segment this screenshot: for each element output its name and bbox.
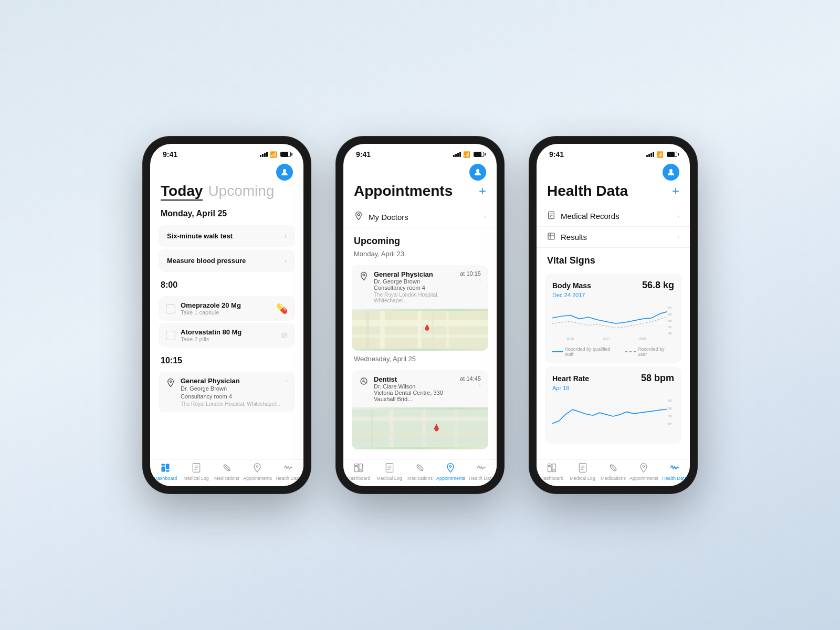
tab-dashboard-3[interactable]: Dashboard [537, 463, 567, 481]
appt-type-p2-0: General Physician [374, 270, 455, 278]
phone-2-screen: 9:41 📶 [343, 144, 497, 486]
signal-bar-4 [266, 152, 268, 157]
tab-medications-3[interactable]: Medications [598, 463, 628, 481]
my-doctors-chevron: › [484, 213, 486, 220]
appointments-icon-1 [252, 463, 262, 475]
dashboard-icon-3 [547, 463, 557, 475]
tab-medlog-1[interactable]: Medical Log [181, 463, 211, 481]
med-card-1[interactable]: Atorvastatin 80 Mg Take 2 pills ⊘ [159, 323, 295, 348]
tab-appointments-1[interactable]: Appointments [242, 463, 272, 481]
med-checkbox-1[interactable] [166, 331, 175, 340]
tab-healthdata-1[interactable]: Health Data [273, 463, 303, 481]
tab-label-healthdata-3: Health Data [662, 476, 687, 481]
appt-time-chevron-0: › [460, 277, 481, 283]
tab-dashboard-1[interactable]: Dashboard [150, 463, 181, 481]
status-time-2: 9:41 [356, 150, 371, 159]
avatar-1[interactable] [276, 164, 293, 181]
status-icons-2: 📶 [453, 151, 484, 158]
med-card-0[interactable]: Omeprazole 20 Mg Take 1 capsule 💊 [159, 296, 295, 321]
signal-bars-3 [646, 152, 654, 157]
signal-bar-2-4 [459, 152, 461, 157]
svg-rect-2 [162, 464, 165, 466]
tab-appointments-2[interactable]: Appointments [435, 463, 466, 481]
legend-item-staff: Recorded by qualified staff [552, 346, 619, 357]
tab-label-dashboard-3: Dashboard [540, 476, 563, 481]
wifi-icon-1: 📶 [270, 151, 277, 158]
tab-appointments-3[interactable]: Appointments [628, 463, 659, 481]
medical-records-row[interactable]: Medical Records › [537, 206, 690, 227]
tab-healthdata-2[interactable]: Health Data [466, 463, 497, 481]
upcoming-header: Upcoming [343, 228, 497, 249]
time-header-1015: 10:15 [150, 350, 303, 370]
appt-card-p2-1[interactable]: Dentist Dr. Clare Wilson Victoria Dental… [352, 370, 488, 449]
healthdata-icon-2 [476, 463, 487, 475]
svg-line-27 [364, 381, 365, 383]
appointments-icon-2 [445, 463, 456, 475]
tab-label-medlog-1: Medical Log [183, 476, 209, 481]
svg-rect-4 [166, 464, 170, 469]
tab-healthdata-3[interactable]: Health Data [659, 463, 690, 481]
healthdata-icon-3 [669, 463, 680, 475]
svg-text:56: 56 [668, 319, 672, 322]
svg-rect-40 [359, 464, 363, 469]
battery-icon-2 [474, 152, 484, 157]
title-today[interactable]: Today [161, 183, 203, 201]
vital-card-heart-rate[interactable]: Heart Rate 58 bpm Apr 18 60 58 56 54 [545, 366, 681, 444]
appt-hospital-p2-0: The Royal London Hospital, Whitechapel..… [374, 292, 455, 303]
tab-medications-2[interactable]: Medications [405, 463, 435, 481]
tab-medlog-2[interactable]: Medical Log [374, 463, 404, 481]
my-doctors-row[interactable]: My Doctors › [343, 206, 497, 228]
task-card-0[interactable]: Six-minute walk test › [159, 225, 295, 247]
tab-medications-1[interactable]: Medications [212, 463, 242, 481]
title-row-1: Today Upcoming [150, 181, 303, 205]
wifi-icon-2: 📶 [463, 151, 470, 158]
svg-rect-3 [162, 467, 165, 472]
appt-card-p2-0[interactable]: General Physician Dr. George Brown Consu… [352, 265, 488, 351]
appointments-icon-3 [638, 463, 649, 475]
medications-icon-2 [415, 463, 425, 475]
wifi-icon-3: 📶 [656, 151, 664, 158]
med-checkbox-0[interactable] [166, 304, 175, 313]
vital-header-bm: Body Mass 56.8 kg [552, 280, 674, 291]
tab-label-healthdata-1: Health Data [276, 476, 301, 481]
svg-rect-41 [359, 470, 363, 471]
tab-label-healthdata-2: Health Data [469, 476, 494, 481]
signal-bar-3-1 [646, 155, 648, 157]
legend-item-user: Recorded by user [625, 346, 674, 357]
vital-card-body-mass[interactable]: Body Mass 56.8 kg Dec 24 2017 64 60 56 5… [545, 274, 681, 363]
svg-point-12 [257, 466, 258, 467]
med-icon-0: 💊 [276, 303, 288, 314]
tab-medlog-3[interactable]: Medical Log [567, 463, 597, 481]
avatar-2[interactable] [469, 164, 486, 181]
tab-dashboard-2[interactable]: Dashboard [343, 463, 374, 481]
header-row-1 [150, 162, 303, 181]
tab-label-medlog-3: Medical Log [570, 476, 595, 481]
svg-text:54: 54 [668, 422, 672, 425]
signal-bar-3 [264, 153, 266, 157]
p3-plus-btn[interactable]: + [672, 184, 679, 198]
svg-rect-76 [548, 467, 552, 472]
med-info-0: Omeprazole 20 Mg Take 1 capsule [181, 301, 271, 316]
svg-point-49 [669, 169, 673, 172]
map-1 [352, 407, 488, 449]
body-mass-legend: Recorded by qualified staff Recorded by … [552, 346, 674, 357]
avatar-3[interactable] [663, 164, 679, 181]
svg-text:58: 58 [668, 407, 672, 410]
appt-time-col-1: at 14:45 › [460, 375, 481, 388]
svg-point-14 [358, 214, 360, 216]
appt-card-0[interactable]: General Physician Dr. George Brown Consu… [159, 372, 295, 412]
battery-icon-3 [667, 152, 677, 157]
results-row[interactable]: Results › [537, 227, 690, 248]
medical-records-icon [547, 211, 555, 221]
status-icons-3: 📶 [646, 151, 677, 158]
title-upcoming[interactable]: Upcoming [208, 183, 274, 200]
appt-header-p2-0: General Physician Dr. George Brown Consu… [352, 265, 488, 309]
appt-info-0: General Physician Dr. George Brown Consu… [181, 377, 280, 407]
p2-plus-btn[interactable]: + [479, 184, 486, 198]
legend-line-staff [552, 351, 563, 352]
status-bar-1: 9:41 📶 [150, 144, 303, 162]
med-icon-1: ⊘ [281, 330, 288, 340]
svg-point-15 [363, 274, 365, 276]
task-card-1[interactable]: Measure blood pressure › [159, 249, 295, 272]
tab-label-dashboard-1: Dashboard [154, 476, 177, 481]
